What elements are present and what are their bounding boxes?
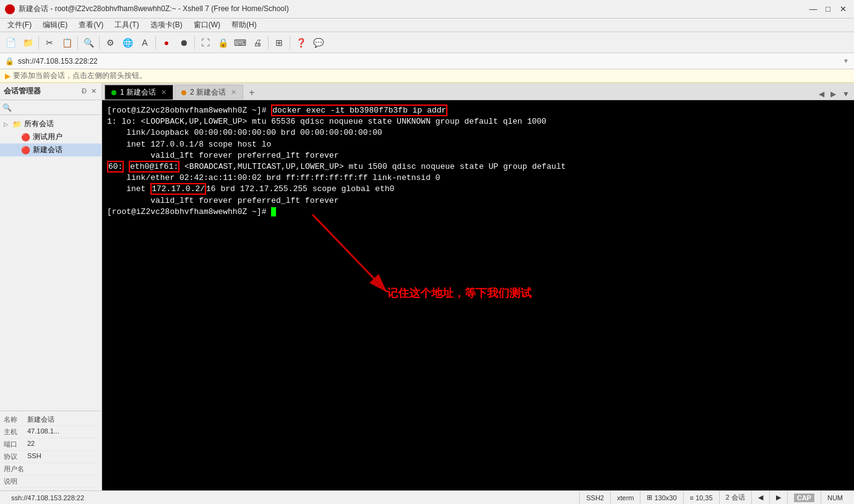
tab1-dot <box>111 90 116 95</box>
toolbar-keyboard-btn[interactable]: ⌨ <box>232 35 248 51</box>
info-label-name: 名称 <box>4 415 27 424</box>
status-protocol-text: SSH2 <box>586 494 604 502</box>
sidebar: 会话管理器 Ð ✕ 🔍 ▷ 📁 所有会话 🔴 测试用户 🔴 新 <box>0 83 102 490</box>
title-bar-controls: — □ ✕ <box>807 3 849 15</box>
add-tab-button[interactable]: + <box>244 86 259 100</box>
tab-menu-btn[interactable]: ▼ <box>840 90 852 98</box>
tree-item-test-user[interactable]: 🔴 测试用户 <box>0 130 101 143</box>
tab1-label: 1 新建会话 <box>120 87 156 98</box>
status-sessions: 2 会话 <box>719 491 751 504</box>
folder-icon: 📁 <box>12 120 22 129</box>
info-bar: ▶ 要添加当前会话，点击左侧的箭头按钮。 <box>0 69 854 83</box>
terminal-out-6: link/ether 02:42:ac:11:00:02 brd ff:ff:f… <box>107 173 849 184</box>
sidebar-header: 会话管理器 Ð ✕ <box>0 83 101 100</box>
tab1-close[interactable]: ✕ <box>161 88 166 96</box>
title-bar-left: 新建会话 - root@iZ2vc28obhvfham8wewhh0Z:~ - … <box>5 4 289 14</box>
session-info: 名称 新建会话 主机 47.108.1... 端口 22 协议 SSH 用户名 … <box>0 411 101 490</box>
status-cap-text: CAP <box>794 493 814 502</box>
annotation-text: 记住这个地址，等下我们测试 <box>387 286 532 301</box>
terminal-out-8: valid_lft forever preferred_lft forever <box>107 195 849 207</box>
info-text: 要添加当前会话，点击左侧的箭头按钮。 <box>13 70 147 81</box>
toolbar-copy-btn[interactable]: 📋 <box>59 35 75 51</box>
minimize-button[interactable]: — <box>807 3 819 15</box>
tab-1[interactable]: 1 新建会话 ✕ <box>105 85 173 100</box>
terminal-out-4: valid_lft forever preferred_lft forever <box>107 150 849 161</box>
tree-label-all: 所有会话 <box>24 119 54 129</box>
info-row-protocol: 协议 SSH <box>4 451 98 463</box>
toolbar-font-btn[interactable]: A <box>137 35 153 51</box>
status-terminal-type: xterm <box>610 491 640 504</box>
toolbar-sep7 <box>290 36 290 49</box>
close-button[interactable]: ✕ <box>837 3 849 15</box>
tree-item-all-sessions[interactable]: ▷ 📁 所有会话 <box>0 117 101 130</box>
toolbar-print-btn[interactable]: 🖨 <box>249 35 265 51</box>
title-text: 新建会话 - root@iZ2vc28obhvfham8wewhh0Z:~ - … <box>19 4 289 14</box>
info-value-protocol: SSH <box>27 452 41 461</box>
toolbar-open-btn[interactable]: 📁 <box>20 35 36 51</box>
tree-item-new-session[interactable]: 🔴 新建会话 <box>0 143 101 156</box>
terminal-out-inet: inet 172.17.0.2/16 brd 172.17.255.255 sc… <box>107 184 849 195</box>
terminal-out-1: 1: lo: <LOOPBACK,UP,LOWER_UP> mtu 65536 … <box>107 116 849 127</box>
toolbar-cut-btn[interactable]: ✂ <box>41 35 58 51</box>
title-bar: 新建会话 - root@iZ2vc28obhvfham8wewhh0Z:~ - … <box>0 0 854 19</box>
toolbar-comment-btn[interactable]: 💬 <box>310 35 326 51</box>
status-size: ⊞ 130x30 <box>640 491 683 504</box>
menu-item-b[interactable]: 选项卡(B) <box>145 19 188 32</box>
tab2-label: 2 新建会话 <box>190 87 226 98</box>
menu-item-e[interactable]: 编辑(E) <box>38 19 72 32</box>
tab2-close[interactable]: ✕ <box>231 88 236 96</box>
tab-prev-btn[interactable]: ◀ <box>817 90 826 98</box>
toolbar-splitv-btn[interactable]: ⊞ <box>271 35 287 51</box>
session-tree: ▷ 📁 所有会话 🔴 测试用户 🔴 新建会话 <box>0 115 101 411</box>
status-nav-next[interactable]: ▶ <box>769 491 787 504</box>
tab-2[interactable]: 2 新建会话 ✕ <box>175 85 243 100</box>
sidebar-controls: Ð ✕ <box>80 87 98 95</box>
terminal-out-60: 60: eth0@if61: <BROADCAST,MULTICAST,UP,L… <box>107 161 849 173</box>
status-terminal-text: xterm <box>617 494 634 502</box>
status-num: NUM <box>821 491 849 504</box>
info-label-host: 主机 <box>4 427 27 437</box>
info-row-desc: 说明 <box>4 476 98 488</box>
toolbar-logo-btn[interactable]: ● <box>158 35 175 51</box>
menu-item-w[interactable]: 窗口(W) <box>189 19 225 32</box>
content-area: 1 新建会话 ✕ 2 新建会话 ✕ + ◀ ▶ ▼ [root@iZ2vc28o… <box>102 83 854 490</box>
toolbar-expand-btn[interactable]: ⛶ <box>197 35 214 51</box>
menu-item-h[interactable]: 帮助(H) <box>226 19 262 32</box>
lock-icon: 🔒 <box>5 57 14 66</box>
toolbar-new-btn[interactable]: 📄 <box>2 35 19 51</box>
menu-item-f[interactable]: 文件(F) <box>2 19 37 32</box>
status-ssh-url: ssh://47.108.153.228:22 <box>5 491 90 504</box>
status-nav-prev[interactable]: ◀ <box>751 491 769 504</box>
menu-item-t[interactable]: 工具(T) <box>110 19 144 32</box>
info-label-port: 端口 <box>4 440 27 449</box>
info-value-port: 22 <box>27 440 35 449</box>
toolbar-find-btn[interactable]: 🔍 <box>80 35 97 51</box>
toolbar-help-btn[interactable]: ❓ <box>293 35 309 51</box>
info-icon: ▶ <box>5 72 11 80</box>
toolbar-record-btn[interactable]: ⏺ <box>176 35 192 51</box>
info-value-host: 47.108.1... <box>27 427 59 437</box>
toolbar-globe-btn[interactable]: 🌐 <box>119 35 136 51</box>
tree-label-new: 新建会话 <box>33 145 63 155</box>
status-size-text: 130x30 <box>654 494 676 502</box>
info-row-port: 端口 22 <box>4 438 98 451</box>
toolbar-settings-btn[interactable]: ⚙ <box>102 35 118 51</box>
sidebar-search: 🔍 <box>0 100 101 115</box>
sidebar-close-btn[interactable]: ✕ <box>90 87 98 95</box>
tab-next-btn[interactable]: ▶ <box>829 90 838 98</box>
status-size-icon: ⊞ <box>647 493 652 502</box>
menu-item-v[interactable]: 查看(V) <box>74 19 108 32</box>
svg-line-1 <box>313 215 387 292</box>
sidebar-title: 会话管理器 <box>4 86 41 96</box>
toolbar-sep5 <box>194 36 195 49</box>
address-dropdown-arrow[interactable]: ▼ <box>843 58 849 64</box>
terminal[interactable]: [root@iZ2vc28obhvfham8wewhh0Z ~]# docker… <box>102 100 854 490</box>
status-ssh-text: ssh://47.108.153.228:22 <box>11 494 84 502</box>
maximize-button[interactable]: □ <box>822 3 834 15</box>
sidebar-pin-btn[interactable]: Ð <box>80 87 88 95</box>
info-label-username: 用户名 <box>4 464 27 474</box>
toolbar-lock-btn[interactable]: 🔒 <box>215 35 231 51</box>
info-row-host: 主机 47.108.1... <box>4 426 98 438</box>
tree-label-test: 测试用户 <box>33 132 63 142</box>
status-position-icon: ≡ <box>690 494 694 502</box>
